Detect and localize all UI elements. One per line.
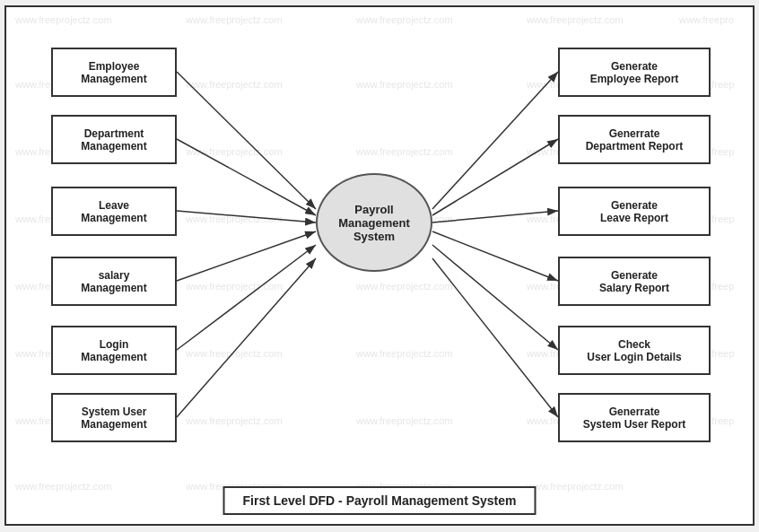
center-node: PayrollManagementSystem	[316, 173, 432, 272]
check-user-login-box: CheckUser Login Details	[558, 326, 711, 375]
leave-management-box: LeaveManagement	[51, 187, 177, 236]
generate-sysuser-report-box: GenerrateSystem User Report	[558, 393, 711, 442]
department-management-box: DepartmentManagement	[51, 115, 177, 164]
svg-line-1	[177, 72, 316, 209]
generate-leave-report-box: GenerateLeave Report	[558, 187, 711, 236]
salary-management-box: salaryManagement	[51, 257, 177, 306]
generate-employee-report-box: GenerateEmployee Report	[558, 48, 711, 97]
svg-line-6	[177, 258, 316, 417]
svg-line-10	[432, 231, 558, 281]
svg-line-4	[177, 231, 316, 281]
generate-department-report-box: GenerrateDepartment Report	[558, 115, 711, 164]
svg-line-9	[432, 211, 558, 222]
svg-line-2	[177, 139, 316, 215]
main-container: www.freeprojectz.com www.freeprojectz.co…	[4, 5, 755, 526]
employee-management-box: EmployeeManagement	[51, 48, 177, 97]
sysuser-management-box: System UserManagement	[51, 393, 177, 442]
svg-line-5	[177, 245, 316, 350]
login-management-box: LoginManagement	[51, 326, 177, 375]
svg-line-12	[432, 258, 558, 417]
svg-line-7	[432, 72, 558, 209]
generate-salary-report-box: GenerateSalary Report	[558, 257, 711, 306]
svg-line-3	[177, 211, 316, 222]
svg-line-8	[432, 139, 558, 215]
svg-line-11	[432, 245, 558, 350]
